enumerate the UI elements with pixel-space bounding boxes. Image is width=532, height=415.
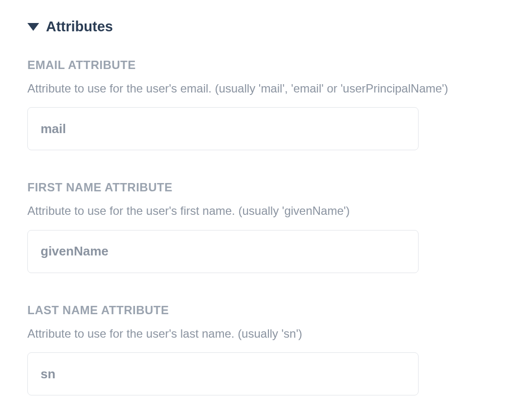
first-name-attribute-group: FIRST NAME ATTRIBUTE Attribute to use fo… <box>27 181 505 273</box>
email-attribute-group: EMAIL ATTRIBUTE Attribute to use for the… <box>27 58 505 150</box>
email-attribute-input[interactable] <box>27 107 419 150</box>
last-name-attribute-label: LAST NAME ATTRIBUTE <box>27 303 505 317</box>
first-name-attribute-label: FIRST NAME ATTRIBUTE <box>27 181 505 194</box>
first-name-attribute-description: Attribute to use for the user's first na… <box>27 203 505 219</box>
last-name-attribute-input[interactable] <box>27 352 419 395</box>
caret-down-icon <box>27 23 39 31</box>
section-title: Attributes <box>46 19 113 35</box>
first-name-attribute-input[interactable] <box>27 230 419 273</box>
last-name-attribute-description: Attribute to use for the user's last nam… <box>27 326 505 342</box>
email-attribute-label: EMAIL ATTRIBUTE <box>27 58 505 72</box>
email-attribute-description: Attribute to use for the user's email. (… <box>27 81 505 96</box>
last-name-attribute-group: LAST NAME ATTRIBUTE Attribute to use for… <box>27 303 505 395</box>
attributes-section-header[interactable]: Attributes <box>27 19 505 35</box>
